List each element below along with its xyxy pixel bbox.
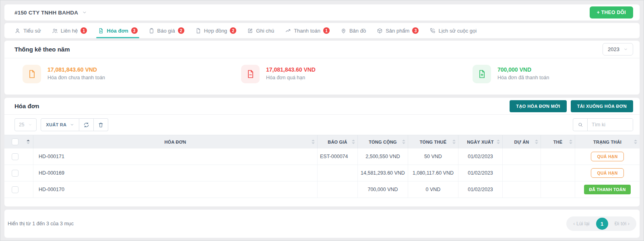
tab-bar: Tiểu sử Liên hệ 1 Hóa đơn 3 Báo giá 2 Hợ… (4, 23, 640, 38)
year-select[interactable]: 2023 (603, 43, 633, 56)
column-header-date[interactable]: NGÀY XUẤT (458, 135, 503, 148)
tab-hoa-don[interactable]: Hóa đơn 3 (98, 23, 137, 38)
file-text-icon (98, 28, 104, 34)
tab-lien-he[interactable]: Liên hệ 1 (52, 23, 87, 38)
next-page-button[interactable]: Đi tới › (609, 221, 635, 227)
sort-icon[interactable] (535, 140, 538, 144)
stat-value: 17,081,843.60 VND (266, 65, 316, 73)
row-checkbox[interactable] (12, 170, 19, 177)
issue-date: 01/02/2023 (458, 181, 503, 198)
total-amount: 700,000 VND (358, 181, 408, 198)
project-cell (503, 148, 541, 165)
invoice-number[interactable]: HD-000171 (33, 148, 318, 165)
search-input[interactable] (588, 119, 633, 131)
sort-icon[interactable] (634, 140, 637, 144)
row-checkbox[interactable] (12, 186, 19, 193)
phone-icon (429, 28, 436, 34)
tab-ban-do[interactable]: Bản đồ (341, 23, 366, 38)
row-checkbox[interactable] (12, 153, 19, 160)
sort-icon[interactable] (312, 140, 315, 144)
tab-label: Liên hệ (61, 28, 78, 34)
create-invoice-button[interactable]: TẠO HÓA ĐƠN MỚI (510, 100, 566, 112)
column-header-total[interactable]: TỔNG CỘNG (358, 135, 408, 148)
table-footer: Hiển thị từ 1 đến 3 của 3 mục ‹ Lùi lại … (4, 210, 640, 238)
tab-label: Báo giá (157, 28, 175, 34)
stat-overdue: 17,081,843.60 VND Hóa đơn quá hạn (241, 65, 473, 83)
quote-number (318, 181, 358, 198)
quote-number (318, 165, 358, 181)
column-header-quote[interactable]: BÁO GIÁ (318, 135, 358, 148)
company-selector[interactable]: #150 CTY TNHH BAHDA (14, 10, 87, 16)
stat-value: 17,081,843.60 VND (47, 65, 105, 73)
stat-label: Hóa đơn chưa thanh toán (47, 75, 105, 80)
tab-ghi-chu[interactable]: Ghi chú (247, 23, 274, 38)
column-header-project[interactable]: DỰ ÁN (503, 135, 541, 148)
stat-unpaid: 17,081,843.60 VND Hóa đơn chưa thanh toá… (23, 65, 241, 83)
prev-page-button[interactable]: ‹ Lùi lại (568, 221, 595, 227)
tab-badge: 3 (131, 27, 138, 34)
page-size-value: 25 (19, 122, 24, 128)
sort-icon[interactable] (352, 140, 355, 144)
refresh-icon (83, 122, 89, 128)
stat-label: Hóa đơn đã thanh toán (497, 75, 549, 80)
column-header-tag[interactable]: THẺ (541, 135, 575, 148)
tab-label: Ghi chú (256, 28, 274, 34)
current-page-button[interactable]: 1 (596, 218, 608, 230)
file-minus-icon (241, 65, 260, 83)
tab-san-pham[interactable]: Sản phẩm 3 (377, 23, 419, 38)
edit-icon (247, 28, 253, 34)
invoice-number[interactable]: HD-000169 (33, 165, 318, 181)
project-cell (503, 165, 541, 181)
column-header-invoice[interactable]: HÓA ĐƠN (33, 135, 318, 148)
project-cell (503, 181, 541, 198)
page-size-select[interactable]: 25 (14, 118, 37, 131)
tab-label: Sản phẩm (386, 28, 409, 34)
status-badge: QUÁ HẠN (591, 168, 623, 178)
quote-number: EST-000074 (318, 148, 358, 165)
users-icon (52, 28, 58, 34)
tab-label: Lịch sử cuộc gọi (438, 28, 477, 34)
tab-label: Hóa đơn (107, 28, 128, 34)
sort-icon[interactable] (452, 140, 456, 144)
invoices-title: Hóa đơn (14, 103, 39, 109)
tab-label: Thanh toán (294, 28, 320, 34)
sort-icon[interactable] (402, 140, 405, 144)
yearly-stats-panel: Thống kê theo năm 2023 17,081,843.60 VND… (4, 41, 640, 95)
tab-tieu-su[interactable]: Tiểu sử (14, 23, 41, 38)
table-row: HD-000170 700,000 VND 0 VND 01/02/2023 Đ… (4, 181, 640, 198)
tax-amount: 1,080,117.60 VND (408, 165, 458, 181)
tab-bao-gia[interactable]: Báo giá 2 (149, 23, 184, 38)
crm-contact-invoices-page: #150 CTY TNHH BAHDA + THEO DÕI Tiểu sử L… (0, 0, 644, 241)
pagination: ‹ Lùi lại 1 Đi tới › (566, 216, 636, 231)
column-header-tax[interactable]: TỔNG THUẾ (408, 135, 458, 148)
tab-hop-dong[interactable]: Hợp đồng 2 (195, 23, 237, 38)
refresh-button[interactable] (79, 118, 94, 131)
invoice-number[interactable]: HD-000170 (33, 181, 318, 198)
tab-lich-su-cuoc-goi[interactable]: Lịch sử cuộc gọi (429, 23, 477, 38)
user-icon (14, 28, 21, 34)
status-badge: ĐÃ THANH TOÁN (584, 185, 630, 194)
sort-icon[interactable] (497, 140, 500, 144)
top-bar: #150 CTY TNHH BAHDA + THEO DÕI (4, 4, 640, 21)
select-all-header[interactable] (4, 135, 33, 148)
download-invoice-button[interactable]: TẢI XUỐNG HÓA ĐƠN (571, 100, 633, 112)
column-label: NGÀY XUẤT (467, 140, 493, 144)
issue-date: 01/02/2023 (458, 148, 503, 165)
tax-amount: 0 VND (408, 181, 458, 198)
column-label: TỔNG CỘNG (369, 140, 397, 144)
delete-button[interactable] (94, 118, 108, 131)
trend-icon (285, 28, 291, 34)
total-amount: 14,581,293.60 VND (358, 165, 408, 181)
follow-button[interactable]: + THEO DÕI (590, 6, 633, 19)
column-label: DỰ ÁN (514, 140, 529, 144)
sort-icon[interactable] (27, 140, 30, 144)
tag-cell (541, 181, 575, 198)
select-all-checkbox[interactable] (12, 138, 19, 145)
search-icon (573, 119, 588, 131)
tab-thanh-toan[interactable]: Thanh toán 1 (285, 23, 330, 38)
tab-badge: 2 (178, 27, 184, 34)
sort-icon[interactable] (569, 140, 572, 144)
export-button[interactable]: XUẤT RA (41, 118, 79, 131)
column-header-status[interactable]: TRẠNG THÁI (575, 135, 640, 148)
trash-icon (98, 122, 104, 128)
